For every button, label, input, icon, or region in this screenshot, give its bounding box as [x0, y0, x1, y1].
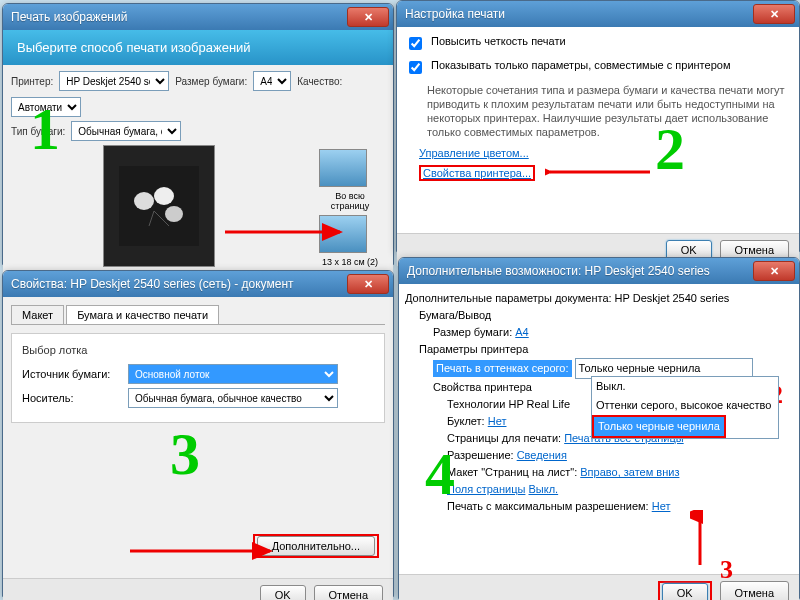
paper-source-label: Источник бумаги: [22, 368, 122, 380]
tab-layout[interactable]: Макет [11, 305, 64, 324]
printer-properties-link[interactable]: Свойства принтера... [423, 167, 531, 179]
print-pictures-dialog: Печать изображений ✕ Выберите способ печ… [2, 3, 394, 265]
maxdpi-value[interactable]: Нет [652, 500, 671, 512]
paper-size-value[interactable]: A4 [515, 326, 528, 338]
sharpen-checkbox[interactable] [409, 37, 422, 50]
close-icon[interactable]: ✕ [347, 7, 389, 27]
layout-option-13x18[interactable] [319, 215, 367, 253]
compat-description: Некоторые сочетания типа и размера бумаг… [405, 83, 791, 147]
grayscale-dropdown-list[interactable]: Выкл. Оттенки серого, высокое качество Т… [591, 376, 779, 439]
paper-type-label: Тип бумаги: [11, 126, 65, 137]
window-title: Дополнительные возможности: HP Deskjet 2… [403, 264, 753, 278]
preview-image [103, 145, 215, 267]
advanced-options-dialog: Дополнительные возможности: HP Deskjet 2… [398, 257, 800, 599]
grayscale-label[interactable]: Печать в оттенках серого: [433, 360, 572, 377]
dd-option-black-only[interactable]: Только черные чернила [592, 415, 726, 438]
window-title: Печать изображений [7, 10, 347, 24]
tree-paper-output[interactable]: Бумага/Вывод [419, 307, 793, 324]
quality-select[interactable]: Автоматически [11, 97, 81, 117]
printer-properties-dialog: Свойства: HP Deskjet 2540 series (сеть) … [2, 270, 394, 597]
titlebar: Настройка печати ✕ [397, 1, 799, 27]
close-icon[interactable]: ✕ [753, 4, 795, 24]
tab-paper-quality[interactable]: Бумага и качество печати [66, 305, 219, 324]
svg-point-3 [165, 206, 183, 222]
resolution-value[interactable]: Сведения [517, 449, 567, 461]
printer-label: Принтер: [11, 76, 53, 87]
quality-label: Качество: [297, 76, 342, 87]
svg-rect-0 [119, 166, 199, 246]
ok-button[interactable]: OK [260, 585, 306, 600]
tray-group-title: Выбор лотка [22, 344, 374, 356]
tree-printer-params[interactable]: Параметры принтера [419, 341, 793, 358]
titlebar: Дополнительные возможности: HP Deskjet 2… [399, 258, 799, 284]
titlebar: Свойства: HP Deskjet 2540 series (сеть) … [3, 271, 393, 297]
paper-source-select[interactable]: Основной лоток [128, 364, 338, 384]
pages-layout-value[interactable]: Вправо, затем вниз [580, 466, 679, 478]
cancel-button[interactable]: Отмена [314, 585, 383, 600]
media-select[interactable]: Обычная бумага, обычное качество [128, 388, 338, 408]
print-settings-dialog: Настройка печати ✕ Повысить четкость печ… [396, 0, 800, 252]
close-icon[interactable]: ✕ [347, 274, 389, 294]
instruction-banner: Выберите способ печати изображений [3, 30, 393, 65]
printer-select[interactable]: HP Deskjet 2540 series (сеть) [59, 71, 169, 91]
dd-option-off[interactable]: Выкл. [592, 377, 778, 396]
ok-button[interactable]: OK [662, 583, 708, 600]
color-management-link[interactable]: Управление цветом... [419, 147, 529, 159]
media-label: Носитель: [22, 392, 122, 404]
svg-point-2 [154, 187, 174, 205]
window-title: Настройка печати [401, 7, 753, 21]
margins-label[interactable]: Поля страницы [447, 483, 525, 495]
titlebar: Печать изображений ✕ [3, 4, 393, 30]
options-tree[interactable]: Дополнительные параметры документа: HP D… [405, 290, 793, 515]
cancel-button[interactable]: Отмена [720, 581, 789, 600]
advanced-button[interactable]: Дополнительно... [257, 536, 375, 556]
svg-point-1 [134, 192, 154, 210]
paper-size-label: Размер бумаги: [175, 76, 247, 87]
layout-option-full[interactable] [319, 149, 367, 187]
window-title: Свойства: HP Deskjet 2540 series (сеть) … [7, 277, 347, 291]
close-icon[interactable]: ✕ [753, 261, 795, 281]
sharpen-label: Повысить четкость печати [431, 35, 566, 47]
tree-root: Дополнительные параметры документа: HP D… [405, 290, 793, 307]
paper-type-select[interactable]: Обычная бумага, обы [71, 121, 181, 141]
compatible-only-checkbox[interactable] [409, 61, 422, 74]
compatible-only-label: Показывать только параметры, совместимые… [431, 59, 730, 71]
dd-option-gray-hq[interactable]: Оттенки серого, высокое качество [592, 396, 778, 415]
booklet-value[interactable]: Нет [488, 415, 507, 427]
paper-size-select[interactable]: A4 [253, 71, 291, 91]
